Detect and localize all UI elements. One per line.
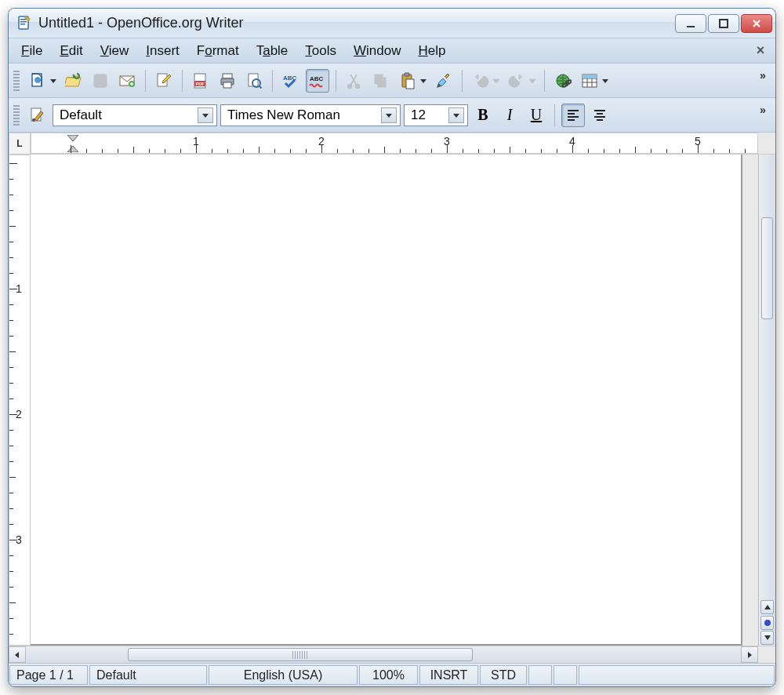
svg-rect-2 bbox=[20, 21, 27, 23]
redo-button[interactable] bbox=[505, 69, 528, 93]
toolbar-grip[interactable] bbox=[13, 71, 20, 91]
maximize-button[interactable] bbox=[708, 14, 739, 33]
scroll-left-button[interactable] bbox=[9, 646, 26, 663]
save-button[interactable] bbox=[89, 69, 112, 93]
indent-marker-icon[interactable] bbox=[67, 135, 78, 154]
separator bbox=[554, 104, 555, 126]
menu-tools[interactable]: Tools bbox=[299, 42, 343, 60]
menu-insert[interactable]: Insert bbox=[140, 42, 186, 60]
status-signature[interactable] bbox=[528, 665, 552, 685]
toolbar-overflow[interactable]: » bbox=[755, 104, 771, 127]
spellcheck-button[interactable]: ABC bbox=[279, 69, 303, 93]
svg-rect-29 bbox=[406, 79, 414, 89]
menu-view[interactable]: View bbox=[94, 42, 136, 60]
autospellcheck-button[interactable]: ABC bbox=[306, 69, 329, 93]
status-page[interactable]: Page 1 / 1 bbox=[9, 665, 88, 685]
print-preview-button[interactable] bbox=[242, 69, 266, 93]
dropdown-arrow-icon bbox=[448, 107, 464, 123]
svg-rect-1 bbox=[20, 19, 27, 20]
svg-point-36 bbox=[32, 118, 35, 122]
edit-file-button[interactable] bbox=[152, 69, 176, 93]
paragraph-style-combo[interactable]: Default bbox=[53, 104, 217, 126]
svg-point-37 bbox=[764, 620, 771, 626]
open-button[interactable] bbox=[62, 69, 85, 93]
vertical-ruler[interactable]: 123 bbox=[9, 155, 31, 646]
menu-file[interactable]: File bbox=[15, 42, 49, 60]
export-pdf-button[interactable]: PDF bbox=[189, 69, 212, 93]
vertical-scrollbar[interactable] bbox=[758, 155, 775, 646]
minimize-button[interactable] bbox=[675, 14, 706, 33]
workspace: L 12345 123 bbox=[9, 133, 775, 663]
formatting-toolbar: Default Times New Roman 12 B I U » bbox=[9, 98, 775, 133]
menu-window[interactable]: Window bbox=[347, 42, 407, 60]
svg-text:PDF: PDF bbox=[196, 82, 205, 86]
svg-rect-9 bbox=[96, 82, 104, 87]
font-name-value: Times New Roman bbox=[227, 107, 340, 123]
align-center-button[interactable] bbox=[588, 104, 612, 127]
format-paintbrush-button[interactable] bbox=[432, 69, 456, 93]
menu-table[interactable]: Table bbox=[250, 42, 295, 60]
status-selection-mode[interactable]: STD bbox=[480, 665, 527, 685]
horizontal-ruler[interactable]: 12345 bbox=[31, 133, 758, 154]
paste-button[interactable] bbox=[396, 69, 419, 93]
scrollbar-thumb[interactable] bbox=[761, 217, 773, 319]
svg-rect-16 bbox=[223, 74, 232, 78]
page[interactable] bbox=[31, 155, 742, 646]
bold-button[interactable]: B bbox=[471, 104, 495, 127]
separator bbox=[182, 70, 183, 92]
separator bbox=[336, 70, 336, 92]
toolbar-grip[interactable] bbox=[13, 105, 20, 126]
navigation-button[interactable] bbox=[760, 616, 774, 630]
scrollbar-thumb[interactable] bbox=[128, 648, 473, 661]
svg-rect-5 bbox=[720, 20, 728, 27]
ruler-tab-selector[interactable]: L bbox=[9, 133, 31, 155]
underline-button[interactable]: U bbox=[524, 104, 548, 127]
prev-page-button[interactable] bbox=[760, 600, 774, 614]
status-modified[interactable] bbox=[554, 665, 577, 685]
dropdown-arrow-icon bbox=[381, 107, 397, 123]
app-window: Untitled1 - OpenOffice.org Writer File E… bbox=[8, 8, 776, 687]
status-style[interactable]: Default bbox=[89, 665, 207, 685]
horizontal-scrollbar[interactable] bbox=[9, 646, 775, 663]
status-insert-mode[interactable]: INSRT bbox=[419, 665, 478, 685]
status-extra[interactable] bbox=[579, 665, 775, 685]
svg-rect-3 bbox=[20, 24, 25, 25]
undo-button[interactable] bbox=[469, 69, 492, 93]
svg-text:ABC: ABC bbox=[310, 75, 324, 82]
close-button[interactable] bbox=[741, 14, 772, 33]
standard-toolbar: PDF ABC ABC bbox=[9, 64, 775, 98]
styles-button[interactable] bbox=[26, 104, 49, 127]
toolbar-overflow[interactable]: » bbox=[755, 69, 771, 93]
table-button[interactable] bbox=[578, 69, 601, 93]
status-language[interactable]: English (USA) bbox=[209, 665, 358, 685]
hyperlink-button[interactable] bbox=[551, 69, 575, 93]
email-button[interactable] bbox=[115, 69, 139, 93]
menu-format[interactable]: Format bbox=[191, 42, 245, 60]
svg-rect-18 bbox=[223, 82, 231, 88]
align-left-button[interactable] bbox=[561, 104, 585, 127]
font-size-value: 12 bbox=[411, 107, 426, 123]
next-page-button[interactable] bbox=[760, 631, 774, 645]
svg-point-24 bbox=[356, 84, 360, 88]
new-button[interactable] bbox=[26, 69, 49, 93]
print-button[interactable] bbox=[216, 69, 239, 93]
italic-button[interactable]: I bbox=[498, 104, 521, 127]
menu-edit[interactable]: Edit bbox=[53, 42, 89, 60]
separator bbox=[544, 70, 545, 92]
cut-button[interactable] bbox=[343, 69, 366, 93]
svg-rect-28 bbox=[405, 73, 409, 76]
menu-help[interactable]: Help bbox=[412, 42, 452, 60]
font-name-combo[interactable]: Times New Roman bbox=[220, 104, 401, 126]
svg-point-23 bbox=[348, 84, 352, 88]
copy-button[interactable] bbox=[369, 69, 393, 93]
paragraph-style-value: Default bbox=[60, 107, 102, 123]
window-title: Untitled1 - OpenOffice.org Writer bbox=[38, 15, 675, 31]
status-zoom[interactable]: 100% bbox=[359, 665, 418, 685]
svg-rect-8 bbox=[96, 75, 104, 79]
separator bbox=[272, 70, 273, 92]
scroll-right-button[interactable] bbox=[741, 646, 758, 663]
titlebar: Untitled1 - OpenOffice.org Writer bbox=[9, 9, 775, 38]
document-area[interactable] bbox=[31, 155, 758, 646]
font-size-combo[interactable]: 12 bbox=[404, 104, 468, 126]
close-document-button[interactable]: × bbox=[752, 42, 769, 60]
